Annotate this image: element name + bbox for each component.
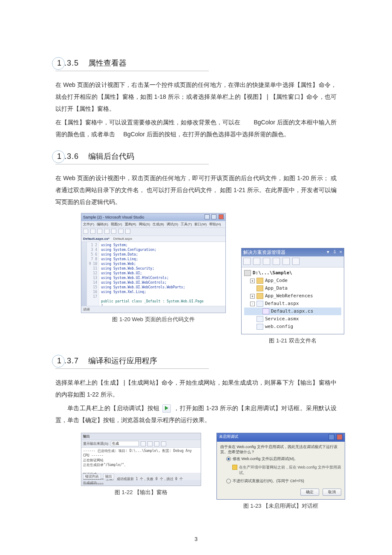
toolbar-icon[interactable] bbox=[147, 441, 153, 446]
section-number-circle-icon bbox=[52, 57, 65, 70]
tree-node[interactable]: Service.asmx bbox=[244, 315, 341, 323]
solution-explorer: 解决方案资源管理器 ▾ ⇩ × bbox=[241, 248, 344, 334]
menu-item[interactable]: 视图(V) bbox=[111, 222, 122, 226]
figure-1-20: Sample (2) - Microsoft Visual Studio 文件(… bbox=[81, 213, 226, 323]
section-number-circle-icon bbox=[52, 150, 65, 163]
tree-node[interactable]: Default.aspx.cs bbox=[244, 308, 341, 315]
paragraph: 单击工具栏上的【启动调试】按钮 ，打开如图 1-23 所示的【未启用调试】对话框… bbox=[55, 402, 337, 426]
figure-caption: 图 1-23 【未启用调试】对话框 bbox=[243, 502, 318, 510]
section-number-circle-icon bbox=[52, 355, 65, 368]
tab-output[interactable]: 输出 bbox=[103, 474, 114, 479]
close-icon[interactable] bbox=[219, 214, 224, 219]
expand-icon[interactable]: + bbox=[250, 279, 255, 283]
file-icon bbox=[257, 316, 263, 322]
figure-caption: 图 1-22 【输出】窗格 bbox=[115, 489, 167, 496]
dialog-titlebar: 未启用调试 bbox=[217, 433, 345, 442]
maximize-icon[interactable] bbox=[211, 214, 216, 219]
project-icon bbox=[244, 270, 251, 276]
tree-node-label: Default.aspx bbox=[265, 300, 299, 308]
radio-icon[interactable] bbox=[226, 479, 231, 483]
cs-icon bbox=[262, 308, 269, 314]
paragraph: 选择菜单栏上的【生成】 |【生成网站】命令，开始生成网站，如果生成成功，则屏幕下… bbox=[55, 377, 337, 400]
ok-button[interactable]: 确定 bbox=[300, 489, 319, 496]
radio-icon[interactable] bbox=[226, 457, 231, 461]
folder-icon bbox=[257, 293, 263, 299]
toolbar-icon[interactable] bbox=[154, 441, 159, 446]
output-source-select[interactable] bbox=[111, 441, 139, 446]
section-heading-1-3-5: 1 .3.5 属性查看器 bbox=[55, 58, 209, 71]
toolbar-icon[interactable] bbox=[111, 229, 116, 234]
menu-item[interactable]: 生成(B) bbox=[153, 222, 164, 226]
option-label: 修改 Web.config 文件以启用调试(M)。 bbox=[233, 456, 298, 462]
dialog-title-buttons bbox=[328, 434, 343, 441]
tree-root-label: D:\...\Sample\ bbox=[253, 269, 292, 277]
expand-icon[interactable]: + bbox=[250, 294, 255, 299]
tab-error-list[interactable]: 错误列表 bbox=[83, 474, 101, 479]
toolbar-icon[interactable] bbox=[292, 258, 300, 265]
toolbar-icon[interactable] bbox=[141, 441, 146, 446]
toolbar-icon[interactable] bbox=[90, 229, 95, 234]
toolbar-icon[interactable] bbox=[83, 229, 88, 234]
output-toolbar: 显示输出来源(S): bbox=[81, 440, 201, 448]
toolbar-icon[interactable] bbox=[282, 258, 290, 265]
tree-node[interactable]: +App_Code bbox=[244, 277, 341, 285]
tree-root[interactable]: D:\...\Sample\ bbox=[244, 269, 341, 277]
tree-node[interactable]: +App_WebReferences bbox=[244, 292, 341, 300]
menu-item[interactable]: 文件(F) bbox=[83, 222, 94, 226]
text: 在【属性】窗格中，可以设置需要修改的属性，如修改背景色，可以在 bbox=[55, 119, 240, 126]
page-number: 3 bbox=[0, 536, 392, 542]
dropdown-icon[interactable]: ▾ bbox=[327, 249, 329, 254]
toolbar-icon[interactable] bbox=[97, 229, 102, 234]
vs-titlebar: Sample (2) - Microsoft Visual Studio bbox=[81, 213, 225, 221]
menu-item[interactable]: 重构(R) bbox=[125, 222, 136, 226]
section-number-wrap: 1 .3.5 bbox=[55, 59, 79, 68]
toolbar-icon[interactable] bbox=[263, 258, 270, 265]
menu-item[interactable]: 工具(T) bbox=[181, 222, 192, 226]
dialog-option-modify[interactable]: 修改 Web.config 文件以启用调试(M)。 bbox=[226, 456, 341, 462]
vs-sidestrip bbox=[81, 242, 87, 306]
tree-node-label: Default.aspx.cs bbox=[271, 308, 313, 315]
tree-node[interactable]: web.config bbox=[244, 323, 341, 331]
tree-node[interactable]: -Default.aspx bbox=[244, 300, 341, 308]
folder-icon bbox=[257, 278, 263, 284]
start-debug-icon[interactable] bbox=[162, 404, 171, 413]
menu-item[interactable]: 窗口(W) bbox=[194, 222, 207, 226]
close-icon[interactable]: × bbox=[340, 249, 342, 254]
output-pane: 输出 显示输出来源(S): ------ 已启动生成: 项目: D:\...\S… bbox=[81, 433, 201, 486]
solution-explorer-header: 解决方案资源管理器 ▾ ⇩ × bbox=[242, 248, 344, 256]
toolbar-icon[interactable] bbox=[161, 441, 166, 446]
close-icon[interactable] bbox=[337, 434, 343, 440]
panel-title: 解决方案资源管理器 bbox=[243, 249, 285, 256]
cancel-button[interactable]: 取消 bbox=[323, 489, 341, 496]
section-title: 属性查看器 bbox=[88, 58, 127, 68]
help-icon[interactable] bbox=[329, 434, 334, 440]
minimize-icon[interactable] bbox=[205, 214, 210, 219]
inactive-tab[interactable]: Default.aspx bbox=[113, 237, 132, 241]
text: BgColor 后面的按钮，在打开的颜色选择器中选择所需的颜色。 bbox=[123, 131, 289, 138]
warning-text: 在生产环境中部署网站之前，应在 Web.config 文件中禁用调试。 bbox=[239, 465, 341, 476]
tree-node[interactable]: App_Data bbox=[244, 285, 341, 292]
menu-item[interactable]: 网站(S) bbox=[139, 222, 150, 226]
section-number-wrap: 1 .3.6 bbox=[55, 152, 79, 161]
toolbar-icon[interactable] bbox=[273, 258, 280, 265]
pin-icon[interactable]: ⇩ bbox=[333, 249, 337, 254]
file-icon bbox=[257, 324, 263, 330]
menu-item[interactable]: 帮助(H) bbox=[209, 222, 221, 226]
toolbar-icon[interactable] bbox=[118, 229, 124, 234]
toolbar-icon[interactable] bbox=[243, 258, 251, 265]
dialog-message: 由于未在 Web.config 文件中启用调试，因此无法在调试模式下运行该页。您… bbox=[217, 442, 345, 456]
toolbar-icon[interactable] bbox=[104, 229, 110, 234]
figure-caption: 图 1-20 Web 页面的后台代码文件 bbox=[112, 316, 194, 323]
dialog-option-run-without-debug[interactable]: 不进行调试直接运行(R)。(等同于 Ctrl+F5) bbox=[226, 478, 341, 484]
active-tab[interactable]: Default.aspx.cs* bbox=[83, 237, 110, 241]
menu-item[interactable]: 调试(D) bbox=[167, 222, 178, 226]
toolbar-icon[interactable] bbox=[253, 258, 260, 265]
tree-node-label: web.config bbox=[265, 323, 293, 331]
toolbar-icon[interactable] bbox=[125, 229, 130, 234]
section-number-wrap: 1 .3.7 bbox=[55, 357, 79, 365]
expand-icon[interactable]: - bbox=[250, 302, 255, 306]
figure-1-21: 解决方案资源管理器 ▾ ⇩ × bbox=[241, 213, 344, 345]
paragraph: 在【属性】窗格中，可以设置需要修改的属性，如修改背景色，可以在 BgColor … bbox=[55, 116, 337, 140]
figure-1-22: 输出 显示输出来源(S): ------ 已启动生成: 项目: D:\...\S… bbox=[81, 433, 201, 496]
menu-item[interactable]: 编辑(E) bbox=[97, 222, 108, 226]
